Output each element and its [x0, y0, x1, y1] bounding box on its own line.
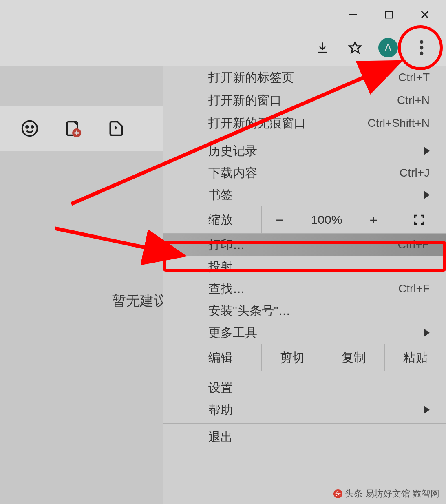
close-button[interactable] [415, 5, 435, 24]
menu-settings[interactable]: 设置 [163, 377, 446, 399]
menu-zoom-row: 缩放 − 100% + [163, 206, 446, 234]
menu-label: 查找… [208, 281, 398, 297]
emoji-icon[interactable] [20, 119, 39, 138]
menu-label: 打印… [208, 237, 397, 253]
menu-label: 历史记录 [208, 143, 430, 159]
bookmark-star-icon[interactable] [346, 38, 364, 57]
menu-label: 打开新的无痕窗口 [208, 115, 368, 132]
menu-edit-row: 编辑 剪切 复制 粘贴 [163, 344, 446, 371]
menu-find[interactable]: 查找… Ctrl+F [163, 278, 446, 300]
maximize-button[interactable] [379, 5, 399, 24]
copy-button[interactable]: 复制 [323, 344, 384, 371]
menu-more-tools[interactable]: 更多工具 [163, 322, 446, 344]
menu-shortcut: Ctrl+P [397, 238, 430, 251]
chrome-main-menu: 打开新的标签页 Ctrl+T 打开新的窗口 Ctrl+N 打开新的无痕窗口 Ct… [163, 66, 446, 504]
menu-downloads[interactable]: 下载内容 Ctrl+J [163, 162, 446, 184]
menu-shortcut: Ctrl+N [397, 94, 430, 107]
fullscreen-icon [413, 214, 425, 225]
svg-point-5 [420, 40, 424, 44]
menu-new-tab[interactable]: 打开新的标签页 Ctrl+T [163, 66, 446, 89]
menu-shortcut: Ctrl+T [398, 71, 430, 84]
minimize-button[interactable] [343, 5, 363, 24]
svg-point-7 [420, 52, 424, 55]
zoom-out-button[interactable]: − [261, 206, 298, 233]
menu-cast[interactable]: 投射… [163, 256, 446, 278]
browser-toolbar: A [0, 29, 446, 66]
zoom-label: 缩放 [208, 212, 261, 228]
menu-label: 更多工具 [208, 325, 430, 341]
submenu-arrow-icon [424, 329, 430, 337]
menu-new-incognito[interactable]: 打开新的无痕窗口 Ctrl+Shift+N [163, 112, 446, 135]
svg-point-9 [26, 126, 28, 128]
download-icon[interactable] [313, 38, 332, 57]
menu-label: 打开新的窗口 [208, 92, 397, 109]
cut-button[interactable]: 剪切 [261, 344, 323, 371]
menu-bookmarks[interactable]: 书签 [163, 184, 446, 206]
svg-point-10 [31, 126, 33, 128]
menu-shortcut: Ctrl+F [398, 282, 430, 295]
import-file-icon[interactable] [107, 119, 126, 138]
add-file-icon[interactable] [64, 119, 82, 138]
svg-point-8 [22, 121, 38, 136]
zoom-in-button[interactable]: + [355, 206, 392, 233]
no-suggestion-text: 暂无建议 [112, 292, 168, 310]
menu-separator [163, 137, 446, 137]
menu-history[interactable]: 历史记录 [163, 140, 446, 162]
page-editor-toolbar [0, 106, 163, 151]
menu-install-app[interactable]: 安装"头条号"… [163, 300, 446, 322]
submenu-arrow-icon [424, 191, 430, 199]
svg-line-15 [55, 228, 155, 250]
svg-rect-1 [386, 11, 392, 18]
zoom-value: 100% [298, 206, 355, 233]
menu-label: 退出 [208, 429, 430, 446]
profile-avatar[interactable]: A [378, 38, 398, 57]
menu-separator [163, 374, 446, 374]
paste-button[interactable]: 粘贴 [384, 344, 446, 371]
more-menu-button[interactable] [412, 38, 431, 57]
menu-shortcut: Ctrl+Shift+N [368, 117, 430, 130]
dots-vertical-icon [412, 38, 431, 57]
menu-label: 帮助 [208, 402, 430, 418]
menu-shortcut: Ctrl+J [400, 166, 430, 179]
menu-label: 书签 [208, 187, 430, 203]
menu-label: 打开新的标签页 [208, 69, 398, 86]
menu-print[interactable]: 打印… Ctrl+P [163, 234, 446, 256]
menu-exit[interactable]: 退出 [163, 426, 446, 448]
window-titlebar [0, 0, 446, 29]
submenu-arrow-icon [424, 406, 430, 414]
menu-label: 设置 [208, 380, 430, 396]
avatar-letter: A [384, 42, 391, 54]
menu-separator [163, 423, 446, 424]
menu-new-window[interactable]: 打开新的窗口 Ctrl+N [163, 89, 446, 112]
submenu-arrow-icon [424, 147, 430, 155]
menu-label: 投射… [208, 259, 430, 275]
menu-label: 安装"头条号"… [208, 303, 430, 319]
svg-marker-4 [349, 42, 361, 53]
edit-label: 编辑 [208, 349, 261, 366]
menu-label: 下载内容 [208, 165, 400, 181]
fullscreen-button[interactable] [392, 206, 446, 233]
menu-help[interactable]: 帮助 [163, 399, 446, 421]
svg-point-6 [420, 46, 424, 50]
